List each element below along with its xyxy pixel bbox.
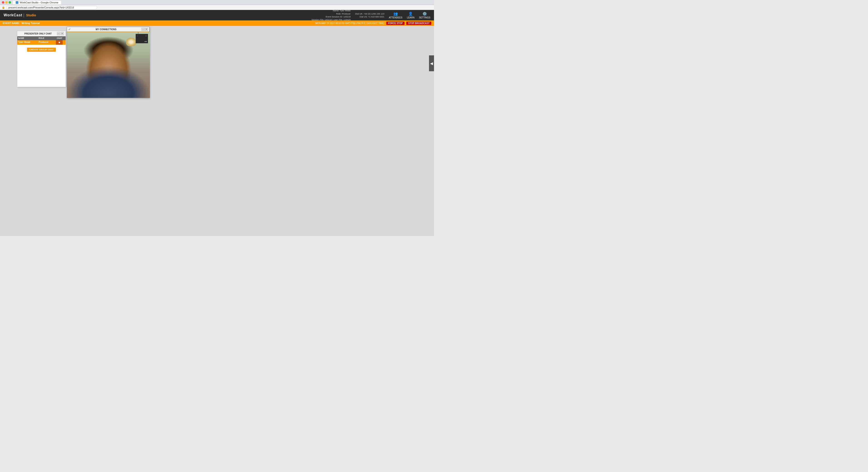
maximize-button[interactable] bbox=[9, 1, 11, 4]
logo-workcast: WorkCast bbox=[4, 13, 22, 17]
expand-icon[interactable]: ⤢ bbox=[68, 28, 71, 31]
presenter-chat-title: PRESENTER ONLY CHAT bbox=[19, 32, 57, 35]
user-info: Name: Tyler Webb Role: Producer Event Se… bbox=[311, 9, 351, 21]
chat-table-header: NAME ROLE CHAT bbox=[17, 36, 66, 40]
event-bar: EVENT NAME: Writing Tutorial MON MAY 23 … bbox=[0, 21, 434, 26]
settings-label: SETTINGS bbox=[419, 16, 430, 19]
event-time: MON MAY 23 2022 00:00:00 GMT-0700 (PACIF… bbox=[315, 22, 384, 25]
attendees-icon: 👥 bbox=[393, 12, 398, 16]
attendees-label: ATTENDEES bbox=[389, 16, 402, 19]
event-name-label: EVENT NAME: bbox=[3, 22, 20, 25]
settings-icon: ⚙️ bbox=[423, 12, 427, 16]
tab-favicon bbox=[16, 1, 19, 4]
event-name-area: EVENT NAME: Writing Tutorial bbox=[3, 22, 40, 25]
webcam-video: ⋮ ☆ me bbox=[67, 32, 150, 98]
chat-minimize-button[interactable]: — bbox=[57, 32, 60, 35]
stop-broadcast-button[interactable]: STOP BROADCAST bbox=[406, 22, 431, 25]
user-action-cell[interactable]: ■ bbox=[56, 40, 63, 45]
col-name-header: NAME bbox=[17, 36, 38, 40]
conn-controls: — ✕ bbox=[142, 28, 148, 31]
event-right: MON MAY 23 2022 00:00:00 GMT-0700 (PACIF… bbox=[315, 22, 431, 25]
tab-title: WorkCast Studio - Google Chrome bbox=[20, 1, 58, 4]
top-navbar: WorkCast | Studio Name: Tyler Webb Role:… bbox=[0, 10, 434, 21]
nav-learn[interactable]: 👤 LEARN bbox=[407, 12, 414, 19]
dial-info: Dial UK: +44 (0) 1295 235 123 Dial US: +… bbox=[355, 12, 384, 19]
right-arrow-icon: ◀ bbox=[430, 61, 433, 66]
browser-chrome: WorkCast Studio - Google Chrome bbox=[0, 0, 434, 5]
nav-right: Name: Tyler Webb Role: Producer Event Se… bbox=[311, 9, 430, 21]
conn-close-btn[interactable]: ✕ bbox=[145, 28, 148, 31]
close-button[interactable] bbox=[2, 1, 4, 4]
event-name-value: Writing Tutorial bbox=[22, 22, 40, 25]
col-role-header: ROLE bbox=[38, 36, 56, 40]
main-content: PRESENTER ONLY CHAT — ✕ NAME ROLE CHAT T… bbox=[0, 26, 434, 236]
webcam-pip: ⋮ ☆ me bbox=[135, 34, 148, 43]
presenter-chat-panel: PRESENTER ONLY CHAT — ✕ NAME ROLE CHAT T… bbox=[17, 31, 66, 87]
browser-controls bbox=[2, 1, 11, 4]
lock-icon: 🔒 bbox=[2, 6, 5, 9]
create-group-area: CREATE GROUP CHAT bbox=[17, 45, 66, 55]
my-connections-title: MY CONNECTIONS bbox=[96, 28, 117, 31]
user-row[interactable]: Tyler Webb Producer ■ bbox=[17, 40, 66, 45]
conn-minimize-btn[interactable]: — bbox=[142, 28, 145, 31]
create-group-chat-button[interactable]: CREATE GROUP CHAT bbox=[27, 48, 56, 52]
force-stop-button[interactable]: FORCE STOP bbox=[386, 22, 405, 25]
learn-icon: 👤 bbox=[408, 12, 413, 16]
logo-studio: Studio bbox=[26, 13, 36, 17]
connections-panel: ⤢ MY CONNECTIONS — ✕ ⋮ ☆ me bbox=[67, 27, 149, 98]
user-name-cell: Tyler Webb bbox=[17, 40, 38, 45]
pip-me-label: me bbox=[145, 40, 147, 42]
user-role-cell: Producer bbox=[38, 40, 56, 45]
learn-label: LEARN bbox=[407, 16, 414, 19]
nav-settings[interactable]: ⚙️ SETTINGS bbox=[419, 12, 430, 19]
chat-close-button[interactable]: ✕ bbox=[61, 32, 64, 35]
bg-lamp bbox=[126, 38, 136, 46]
chat-action-icon: ■ bbox=[58, 41, 60, 44]
col-chat-header: CHAT bbox=[56, 36, 63, 40]
app-container: WorkCast Studio - Google Chrome 🔒 presen… bbox=[0, 0, 434, 236]
logo-divider: | bbox=[23, 13, 24, 18]
pip-dots: ⋮ bbox=[136, 35, 139, 37]
browser-tab[interactable]: WorkCast Studio - Google Chrome bbox=[13, 1, 61, 4]
panel-scroll-right[interactable]: ◀ bbox=[429, 55, 434, 71]
chat-title-bar: PRESENTER ONLY CHAT — ✕ bbox=[17, 31, 66, 36]
chat-controls: — ✕ bbox=[57, 32, 64, 35]
connections-header: ⤢ MY CONNECTIONS — ✕ bbox=[67, 27, 149, 32]
url-bar[interactable]: present.workcast.com/PresenterConsole.as… bbox=[6, 6, 97, 9]
minimize-button[interactable] bbox=[5, 1, 8, 4]
nav-attendees[interactable]: 👥 ATTENDEES bbox=[389, 12, 402, 19]
logo-area: WorkCast | Studio bbox=[4, 13, 36, 18]
pip-star: ☆ bbox=[145, 35, 147, 37]
